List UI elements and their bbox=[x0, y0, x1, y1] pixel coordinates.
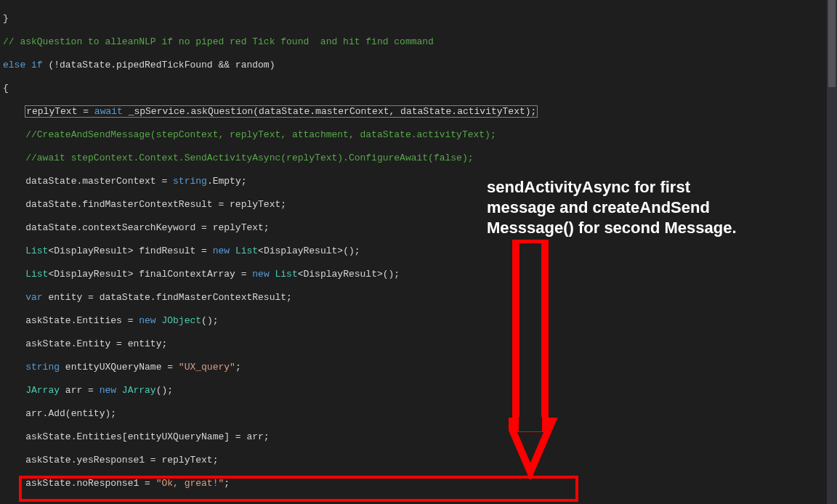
annotation-line: message and createAndSend bbox=[487, 198, 737, 218]
text: askState.yesResponse1 = replyText; bbox=[25, 455, 218, 466]
text: dataState.contextSearchKeyword = replyTe… bbox=[25, 222, 269, 233]
annotation-line: Messsage() for second Message. bbox=[487, 218, 737, 238]
text: (!dataState.pipedRedTickFound && random) bbox=[43, 60, 275, 70]
code-editor[interactable]: } // askQuestion to alleanNLP if no pipe… bbox=[0, 0, 837, 504]
text: dataState.masterContext = bbox=[25, 176, 173, 187]
text: askState.Entities[entityUXQueryName] = a… bbox=[25, 431, 269, 442]
kw: else if bbox=[3, 60, 43, 70]
highlighted-line: replyText = await _spService.askQuestion… bbox=[25, 106, 537, 117]
annotation-text: sendActivityAsync for first message and … bbox=[487, 177, 737, 238]
text: askState.Entity = entity; bbox=[25, 338, 167, 349]
brace: { bbox=[3, 83, 9, 94]
comment: // askQuestion to alleanNLP if no piped … bbox=[3, 36, 434, 47]
comment: //await stepContext.Context.SendActivity… bbox=[25, 153, 473, 163]
annotation-line: sendActivityAsync for first bbox=[487, 177, 737, 198]
scroll-thumb[interactable] bbox=[828, 0, 836, 87]
vertical-scrollbar[interactable] bbox=[827, 0, 837, 504]
comment: //CreateAndSendMessage(stepContext, repl… bbox=[25, 129, 496, 140]
text: dataState.findMasterContextResult = repl… bbox=[25, 199, 286, 210]
text: arr.Add(entity); bbox=[25, 408, 116, 419]
brace: } bbox=[3, 13, 9, 24]
